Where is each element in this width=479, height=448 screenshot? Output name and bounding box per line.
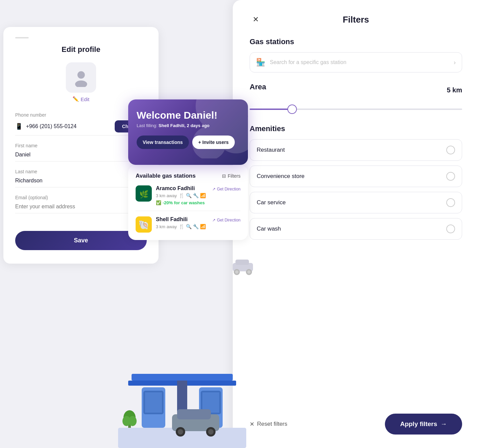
aramco-info: Aramco Fadhili ↗ Get Direction 3 km away… xyxy=(156,185,241,205)
amenity-convenience-store[interactable]: Convenience store xyxy=(250,166,462,187)
filter-icon: ⊟ xyxy=(222,173,226,179)
save-button[interactable]: Save xyxy=(15,231,147,250)
svg-rect-10 xyxy=(132,374,233,381)
arrow-right-icon: → xyxy=(441,420,447,428)
avatar-circle xyxy=(66,62,96,93)
filters-panel: ✕ Filters Gas stations 🏪 Search for a sp… xyxy=(233,0,479,448)
building-icon: 🏪 xyxy=(256,58,265,67)
gas-stations-card: Available gas stations ⊟ Filters 🌿 Aramc… xyxy=(128,165,248,240)
lastname-field-group: Last name xyxy=(15,169,147,187)
svg-point-24 xyxy=(208,429,214,435)
filters-link-label: Filters xyxy=(228,173,241,179)
direction-icon: ↗ xyxy=(212,187,216,191)
avatar-section: ✏️ Edit xyxy=(15,62,147,102)
amenity-restaurant[interactable]: Restaurant xyxy=(250,139,462,161)
available-gas-stations-title: Available gas stations xyxy=(136,173,196,179)
svg-text:🌿: 🌿 xyxy=(139,190,149,199)
panel-handle xyxy=(15,37,29,38)
firstname-field-group: First name xyxy=(15,143,147,161)
welcome-title: Welcome Daniel! xyxy=(137,110,240,121)
check-icon: ✅ xyxy=(156,200,161,205)
welcome-subtitle: Last filling: Shell Fadhili, 2 days ago xyxy=(137,123,240,128)
car-service-label: Car service xyxy=(257,199,286,206)
phone-icon: 📱 xyxy=(15,123,23,130)
lastname-input[interactable] xyxy=(15,177,147,184)
firstname-input[interactable] xyxy=(15,151,147,158)
direction-icon-2: ↗ xyxy=(212,218,216,222)
edit-avatar-link[interactable]: ✏️ Edit xyxy=(73,96,89,102)
amenities-section-title: Amenities xyxy=(250,124,462,133)
pencil-icon: ✏️ xyxy=(73,96,79,102)
apply-filters-button[interactable]: Apply filters → xyxy=(385,414,462,435)
svg-point-28 xyxy=(129,416,137,426)
last-filling-detail: Shell Fadhili, 2 days ago xyxy=(159,123,209,128)
car-wash-radio[interactable] xyxy=(446,225,455,233)
gas-station-search[interactable]: 🏪 Search for a specific gas station › xyxy=(250,52,462,72)
aramco-distance: 3 km away 🍴 🔍 🔧 📶 xyxy=(156,193,241,198)
svg-point-0 xyxy=(77,71,85,79)
phone-label: Phone number xyxy=(15,112,147,118)
direction-label-2: Get Direction xyxy=(217,218,241,222)
gas-stations-section-title: Gas stations xyxy=(250,37,462,46)
close-filters-button[interactable]: ✕ xyxy=(250,13,262,26)
chevron-right-icon: › xyxy=(454,59,456,66)
car-wash-label: Car wash xyxy=(257,226,281,232)
svg-rect-14 xyxy=(145,392,162,413)
svg-rect-30 xyxy=(235,260,249,265)
convenience-store-radio[interactable] xyxy=(446,172,455,181)
phone-field-group: Phone number 📱 Change xyxy=(15,112,147,136)
amenity-car-wash[interactable]: Car wash xyxy=(250,218,462,240)
distance-slider[interactable] xyxy=(250,104,462,114)
area-section-title: Area xyxy=(250,83,266,91)
welcome-actions: View transactions + Invite users xyxy=(137,136,240,149)
email-label: Email (optional) xyxy=(15,195,147,200)
view-transactions-button[interactable]: View transactions xyxy=(137,136,189,149)
svg-point-32 xyxy=(235,270,238,274)
shell-amenity-icons: 🍴 🔍 🔧 📶 xyxy=(179,224,206,229)
station-aramco: 🌿 Aramco Fadhili ↗ Get Direction 3 km aw… xyxy=(136,185,241,211)
aramco-logo: 🌿 xyxy=(136,185,152,202)
bg-car-icon xyxy=(229,253,256,280)
firstname-label: First name xyxy=(15,143,147,148)
amenity-car-service[interactable]: Car service xyxy=(250,192,462,213)
svg-point-34 xyxy=(247,270,251,274)
email-field-group: Email (optional) xyxy=(15,195,147,213)
phone-input[interactable] xyxy=(26,123,111,130)
car-service-radio[interactable] xyxy=(446,198,455,207)
x-icon: ✕ xyxy=(250,421,254,428)
reset-filters-button[interactable]: ✕ Reset filters xyxy=(250,421,287,428)
shell-distance: 3 km away 🍴 🔍 🔧 📶 xyxy=(156,224,241,229)
reset-label: Reset filters xyxy=(257,421,287,427)
svg-text:🐚: 🐚 xyxy=(138,219,149,230)
direction-label: Get Direction xyxy=(217,187,241,191)
email-input[interactable] xyxy=(15,203,147,210)
gas-stations-header: Available gas stations ⊟ Filters xyxy=(136,173,241,179)
restaurant-label: Restaurant xyxy=(257,147,285,153)
aramco-direction-link[interactable]: ↗ Get Direction xyxy=(212,187,241,191)
svg-rect-20 xyxy=(177,409,211,419)
station-shell: 🐚 Shell Fadhili ↗ Get Direction 3 km awa… xyxy=(136,216,241,233)
shell-name: Shell Fadhili xyxy=(156,216,188,222)
filters-link[interactable]: ⊟ Filters xyxy=(222,173,241,179)
invite-users-button[interactable]: + Invite users xyxy=(192,136,235,149)
apply-label: Apply filters xyxy=(400,420,437,428)
discount-text: -20% for car washes xyxy=(163,200,205,205)
shell-logo: 🐚 xyxy=(136,216,152,233)
user-avatar-icon xyxy=(72,68,90,87)
distance-value: 5 km xyxy=(447,86,462,94)
shell-direction-link[interactable]: ↗ Get Direction xyxy=(212,218,241,222)
filters-footer: ✕ Reset filters Apply filters → xyxy=(250,414,462,435)
aramco-name: Aramco Fadhili xyxy=(156,185,195,191)
restaurant-radio[interactable] xyxy=(446,146,455,154)
svg-point-22 xyxy=(178,429,183,435)
edit-label: Edit xyxy=(81,96,89,102)
amenity-icons: 🍴 🔍 🔧 📶 xyxy=(179,193,206,198)
lastname-label: Last name xyxy=(15,169,147,174)
search-placeholder-text: Search for a specific gas station xyxy=(270,59,454,65)
area-section: Area 5 km xyxy=(250,83,462,114)
edit-profile-title: Edit profile xyxy=(15,45,147,54)
convenience-store-label: Convenience store xyxy=(257,173,305,180)
shell-distance-text: 3 km away xyxy=(156,224,177,229)
gas-station-illustration xyxy=(118,354,246,448)
filters-title: Filters xyxy=(269,14,443,25)
